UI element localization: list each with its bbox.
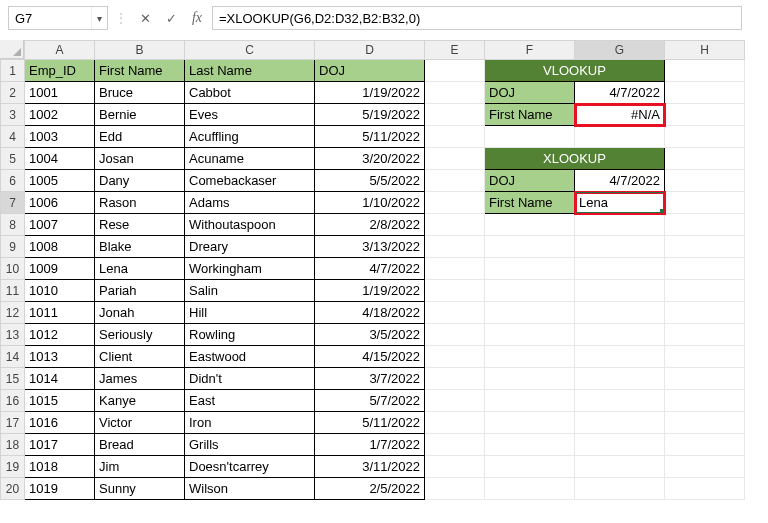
header-doj[interactable]: DOJ — [315, 60, 425, 82]
cell[interactable] — [425, 258, 485, 280]
xlookup-doj-label[interactable]: DOJ — [485, 170, 575, 192]
select-all-triangle[interactable] — [0, 40, 24, 59]
xlookup-title[interactable]: XLOOKUP — [485, 148, 665, 170]
cell-lastname[interactable]: Doesn'tcarrey — [185, 456, 315, 478]
cell[interactable] — [425, 346, 485, 368]
cell-empid[interactable]: 1009 — [25, 258, 95, 280]
cell-lastname[interactable]: Eves — [185, 104, 315, 126]
cell[interactable] — [665, 478, 745, 500]
cell-firstname[interactable]: Victor — [95, 412, 185, 434]
row-header[interactable]: 16 — [1, 390, 25, 412]
cell[interactable] — [575, 214, 665, 236]
cell[interactable] — [575, 478, 665, 500]
col-header-C[interactable]: C — [185, 41, 315, 60]
cell-empid[interactable]: 1016 — [25, 412, 95, 434]
cell[interactable] — [665, 390, 745, 412]
col-header-A[interactable]: A — [25, 41, 95, 60]
cell-doj[interactable]: 3/13/2022 — [315, 236, 425, 258]
cell-empid[interactable]: 1006 — [25, 192, 95, 214]
cell[interactable] — [665, 126, 745, 148]
cell[interactable] — [425, 280, 485, 302]
cell[interactable] — [485, 434, 575, 456]
row-header[interactable]: 8 — [1, 214, 25, 236]
cell-lastname[interactable]: Withoutaspoon — [185, 214, 315, 236]
cell[interactable] — [485, 412, 575, 434]
cell-firstname[interactable]: Rese — [95, 214, 185, 236]
col-header-B[interactable]: B — [95, 41, 185, 60]
cell-lastname[interactable]: Acuffling — [185, 126, 315, 148]
cell[interactable] — [425, 192, 485, 214]
cell-doj[interactable]: 4/15/2022 — [315, 346, 425, 368]
row-header[interactable]: 3 — [1, 104, 25, 126]
cell[interactable] — [665, 412, 745, 434]
cell-empid[interactable]: 1004 — [25, 148, 95, 170]
cell[interactable] — [485, 478, 575, 500]
cell-empid[interactable]: 1002 — [25, 104, 95, 126]
chevron-down-icon[interactable]: ▾ — [91, 7, 107, 29]
cell[interactable] — [485, 236, 575, 258]
cell[interactable] — [665, 258, 745, 280]
cell[interactable] — [575, 456, 665, 478]
name-box[interactable]: G7 ▾ — [8, 6, 108, 30]
cell[interactable] — [665, 82, 745, 104]
cell[interactable] — [575, 390, 665, 412]
cell[interactable] — [665, 236, 745, 258]
cell-firstname[interactable]: Bernie — [95, 104, 185, 126]
cell[interactable] — [425, 148, 485, 170]
row-header[interactable]: 11 — [1, 280, 25, 302]
cell[interactable] — [665, 434, 745, 456]
cell-empid[interactable]: 1019 — [25, 478, 95, 500]
cell[interactable] — [485, 456, 575, 478]
cell[interactable] — [425, 104, 485, 126]
cell-firstname[interactable]: Dany — [95, 170, 185, 192]
cell-firstname[interactable]: Client — [95, 346, 185, 368]
cell-firstname[interactable]: Edd — [95, 126, 185, 148]
xlookup-fn-value[interactable]: Lena — [575, 192, 665, 214]
cell-doj[interactable]: 2/5/2022 — [315, 478, 425, 500]
cell-lastname[interactable]: Didn't — [185, 368, 315, 390]
cell-lastname[interactable]: Grills — [185, 434, 315, 456]
row-header[interactable]: 17 — [1, 412, 25, 434]
cell-doj[interactable]: 5/7/2022 — [315, 390, 425, 412]
cell[interactable] — [665, 456, 745, 478]
cell-empid[interactable]: 1013 — [25, 346, 95, 368]
cell[interactable] — [485, 126, 575, 148]
cell[interactable] — [575, 346, 665, 368]
header-firstname[interactable]: First Name — [95, 60, 185, 82]
cell-empid[interactable]: 1005 — [25, 170, 95, 192]
vlookup-doj-value[interactable]: 4/7/2022 — [575, 82, 665, 104]
cancel-icon[interactable]: ✕ — [134, 7, 156, 29]
cell[interactable] — [665, 324, 745, 346]
cell[interactable] — [665, 280, 745, 302]
cell[interactable] — [425, 478, 485, 500]
cell[interactable] — [425, 368, 485, 390]
cell-firstname[interactable]: Sunny — [95, 478, 185, 500]
cell-empid[interactable]: 1018 — [25, 456, 95, 478]
cell[interactable] — [575, 368, 665, 390]
cell[interactable] — [425, 324, 485, 346]
cell-lastname[interactable]: Rowling — [185, 324, 315, 346]
cell-lastname[interactable]: Workingham — [185, 258, 315, 280]
cell-firstname[interactable]: Jonah — [95, 302, 185, 324]
cell-doj[interactable]: 4/18/2022 — [315, 302, 425, 324]
cell-lastname[interactable]: East — [185, 390, 315, 412]
cell-firstname[interactable]: Bread — [95, 434, 185, 456]
cell[interactable] — [485, 280, 575, 302]
row-header[interactable]: 5 — [1, 148, 25, 170]
col-header-G[interactable]: G — [575, 41, 665, 60]
cell[interactable] — [425, 412, 485, 434]
cell[interactable] — [575, 324, 665, 346]
cell-firstname[interactable]: James — [95, 368, 185, 390]
cell-doj[interactable]: 1/19/2022 — [315, 82, 425, 104]
cell[interactable] — [665, 346, 745, 368]
cell-doj[interactable]: 3/7/2022 — [315, 368, 425, 390]
cell[interactable] — [485, 214, 575, 236]
cell[interactable] — [575, 302, 665, 324]
header-empid[interactable]: Emp_ID — [25, 60, 95, 82]
cell[interactable] — [425, 456, 485, 478]
cell[interactable] — [575, 412, 665, 434]
cell-empid[interactable]: 1012 — [25, 324, 95, 346]
cell-doj[interactable]: 1/10/2022 — [315, 192, 425, 214]
row-header[interactable]: 7 — [1, 192, 25, 214]
cell-empid[interactable]: 1017 — [25, 434, 95, 456]
